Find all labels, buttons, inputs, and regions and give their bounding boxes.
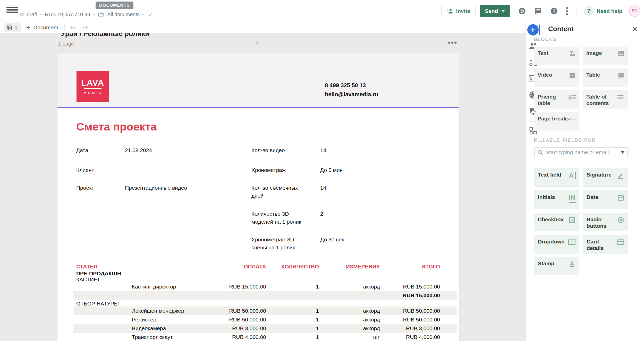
- field-card-signature[interactable]: Signature: [583, 168, 628, 187]
- block-card-image[interactable]: Image: [583, 47, 628, 65]
- panel-title: Content: [548, 25, 644, 33]
- info-icon[interactable]: [550, 7, 558, 15]
- question-mark-icon: ?: [584, 6, 594, 16]
- field-value: Презентационные видео: [125, 184, 187, 192]
- dot-separator: •: [40, 12, 42, 17]
- estimate-table[interactable]: СТАТЬЯ ОПЛАТА КОЛИЧЕСТВО ИЗМЕРЕНИЕ ИТОГО…: [57, 263, 459, 341]
- hamburger-menu-icon[interactable]: [6, 7, 18, 13]
- table-section-row: ПРЕ-ПРОДАКШН: [57, 270, 459, 276]
- field-value: 14: [320, 184, 326, 200]
- blocks-section-label: BLOCKS: [534, 37, 557, 42]
- field-card-initials[interactable]: Initials IN: [534, 190, 579, 209]
- field-video-count: Кол-во видео 14: [251, 146, 326, 154]
- field-project: Проект Презентационные видео: [76, 184, 187, 192]
- block-card-page-break[interactable]: Page break ✂··: [534, 112, 579, 130]
- add-page-button[interactable]: +: [255, 38, 260, 48]
- field-client: Клиент: [76, 166, 125, 174]
- add-content-icon[interactable]: +: [526, 24, 540, 36]
- folder-link[interactable]: All documents: [107, 12, 140, 18]
- col-header-total: ИТОГО: [380, 264, 440, 270]
- table-row: Кастинг-директор RUB 15,000.00 1 аккорд …: [73, 282, 457, 291]
- page-more-button[interactable]: •••: [448, 38, 457, 47]
- status-text: draft: [27, 12, 37, 18]
- content-panel: + Content: [526, 22, 644, 341]
- field-value: До 30 сек: [320, 235, 344, 251]
- table-subsection-row: ОТБОР НАТУРЫ: [57, 300, 459, 307]
- block-card-pricing-table[interactable]: Pricing table $: [534, 90, 579, 109]
- invite-button[interactable]: Invite: [441, 5, 476, 17]
- status-dot-icon: [20, 13, 24, 16]
- field-label: Количество 3D моделей на 1 ролик: [251, 210, 320, 226]
- contact-email: hello@lavamedia.ru: [325, 91, 378, 98]
- need-help-label: Need help: [597, 8, 622, 14]
- block-card-text[interactable]: Text: [534, 47, 579, 65]
- svg-text:$: $: [568, 94, 572, 100]
- field-label: Хронометраж 3D сцены на 1 ролик: [251, 235, 320, 251]
- preview-eye-icon[interactable]: [518, 7, 527, 15]
- field-date: Дата 21.08.2024: [76, 146, 152, 154]
- top-bar: DOCUMENTS draft • RUB 19,057,710.99 • Al…: [0, 0, 644, 22]
- date-icon: [617, 194, 624, 201]
- field-card-radio-buttons[interactable]: Radio buttons: [583, 213, 628, 231]
- field-shooting-days: Кол-во съемочных дней 14: [251, 184, 326, 200]
- recipient-search[interactable]: [534, 147, 628, 157]
- table-of-contents-block-icon: [617, 94, 625, 101]
- field-card-dropdown[interactable]: Dropdown: [534, 235, 579, 253]
- field-value: 21.08.2024: [125, 146, 152, 154]
- radio-buttons-icon: [617, 216, 624, 224]
- field-value: 2: [320, 210, 323, 226]
- logo-text-lava: LAVA: [81, 78, 104, 87]
- editor-canvas: Урай / Рекламные ролики 1 page + ••• LAV…: [0, 33, 526, 341]
- send-button[interactable]: Send: [480, 5, 510, 17]
- redo-icon[interactable]: [81, 24, 89, 31]
- table-row: Видеокамера RUB 3,000.00 1 аккорд RUB 3,…: [73, 324, 457, 333]
- field-card-checkbox[interactable]: Checkbox: [534, 213, 579, 231]
- topbar-actions: Invite Send ? Need help SG: [441, 0, 640, 22]
- col-header-name: СТАТЬЯ: [76, 264, 202, 270]
- close-icon[interactable]: [632, 25, 638, 32]
- add-document-label: Document: [33, 24, 58, 31]
- col-header-rate: ОПЛАТА: [202, 264, 266, 270]
- checkbox-icon: [569, 216, 576, 224]
- text-field-icon: A: [569, 172, 576, 179]
- estimate-heading: Смета проекта: [76, 120, 157, 133]
- document-page[interactable]: LAVA MEDIA 8 499 325 50 13 hello@lavamed…: [57, 53, 459, 341]
- field-card-card-details[interactable]: Card details: [583, 235, 628, 253]
- user-avatar[interactable]: SG: [629, 5, 640, 17]
- send-dropdown-caret-icon: [501, 10, 505, 12]
- signature-icon: [617, 172, 624, 179]
- app-window: DOCUMENTS draft • RUB 19,057,710.99 • Al…: [0, 0, 644, 341]
- search-icon: [538, 150, 543, 155]
- field-card-text-field[interactable]: Text field A: [534, 168, 579, 187]
- document-tab-number: 1: [15, 25, 18, 30]
- send-label: Send: [485, 8, 498, 14]
- page-header-band: [57, 53, 459, 108]
- field-label: Проект: [76, 184, 125, 192]
- table-header-row: СТАТЬЯ ОПЛАТА КОЛИЧЕСТВО ИЗМЕРЕНИЕ ИТОГО: [73, 263, 457, 270]
- video-block-icon: [569, 72, 576, 79]
- field-duration: Хронометраж До 5 мин: [251, 166, 343, 174]
- recipient-search-input[interactable]: [546, 149, 618, 155]
- field-card-date[interactable]: Date: [583, 190, 628, 209]
- comments-icon[interactable]: [534, 7, 543, 15]
- document-title[interactable]: Урай / Рекламные ролики: [61, 33, 149, 38]
- field-card-stamp[interactable]: Stamp: [534, 257, 579, 275]
- table-block-icon: [617, 72, 625, 79]
- topbar-divider: [577, 5, 577, 17]
- kebab-menu-icon[interactable]: [566, 6, 568, 16]
- dot-separator: •: [93, 12, 95, 17]
- invite-person-plus-icon: [447, 8, 453, 14]
- stamp-icon: [569, 260, 576, 268]
- fillable-fields-label: FILLABLE FIELDS FOR: [534, 138, 596, 143]
- need-help-button[interactable]: ? Need help: [584, 6, 622, 16]
- block-card-video[interactable]: Video: [534, 68, 579, 87]
- lava-media-logo: LAVA MEDIA: [77, 71, 109, 102]
- page-count-label: 1 page: [58, 41, 74, 47]
- add-document-button[interactable]: + Document: [26, 24, 58, 31]
- contact-phone: 8 499 325 50 13: [325, 82, 378, 89]
- document-tab[interactable]: 1: [4, 23, 21, 32]
- block-card-table-of-contents[interactable]: Table of contents: [583, 90, 628, 109]
- field-3d-models: Количество 3D моделей на 1 ролик 2: [251, 210, 323, 226]
- block-card-table[interactable]: Table: [583, 68, 628, 87]
- undo-icon[interactable]: [69, 24, 77, 31]
